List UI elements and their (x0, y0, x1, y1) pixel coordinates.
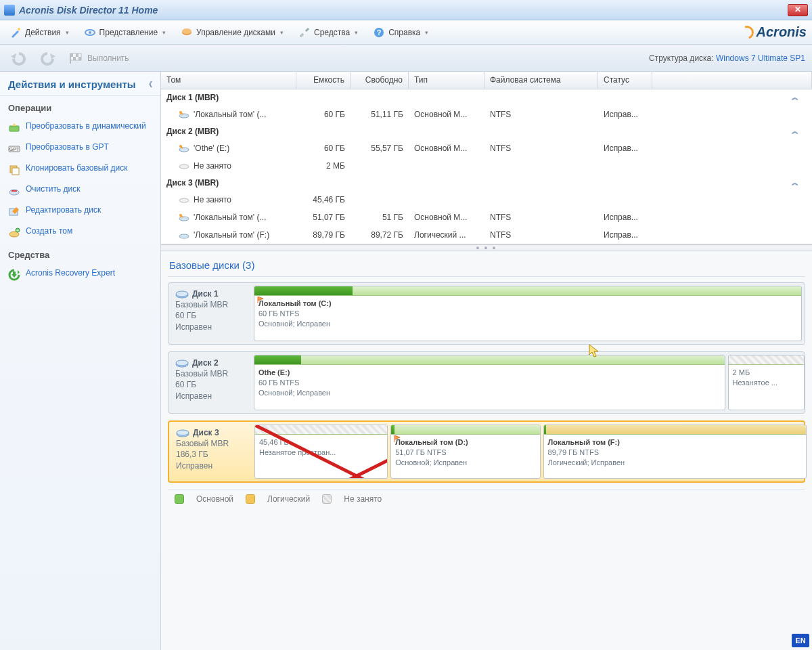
hdd-icon (175, 289, 189, 299)
sidebar-group-title: Операции (0, 96, 160, 117)
legend-logical-icon (246, 494, 255, 504)
sidebar-item[interactable]: Редактировать диск (0, 201, 160, 222)
language-badge[interactable]: EN (792, 634, 809, 647)
volume-icon (179, 196, 189, 204)
col-volume[interactable]: Том (161, 72, 296, 89)
col-type[interactable]: Тип (409, 72, 484, 89)
volume-name: 'Локальный том' (F:) (194, 230, 269, 240)
sidebar-item[interactable]: Acronis Recovery Expert (0, 264, 160, 285)
close-button[interactable]: ✕ (788, 4, 808, 16)
svg-point-20 (179, 114, 189, 118)
splitter[interactable]: ● ● ● (161, 244, 812, 251)
disk-group-header[interactable]: Диск 2 (MBR)︽ (161, 123, 812, 139)
svg-point-24 (179, 165, 189, 169)
volume-status (598, 194, 652, 206)
col-filesystem[interactable]: Файловая система (484, 72, 598, 89)
svg-point-21 (179, 111, 182, 114)
disk-panel-title: Базовые диски (3) (168, 257, 805, 277)
volume-row[interactable]: 'Локальный том' (F:) 89,79 ГБ 89,72 ГБ Л… (161, 226, 812, 244)
svg-text:+: + (16, 228, 20, 234)
volume-capacity: 2 МБ (296, 160, 351, 172)
volume-free: 55,57 ГБ (351, 142, 409, 154)
volume-row[interactable]: 'Othe' (E:) 60 ГБ 55,57 ГБ Основной M...… (161, 139, 812, 157)
volume-free (351, 194, 409, 206)
disk-group-header[interactable]: Диск 1 (MBR)︽ (161, 89, 812, 106)
chevron-down-icon: ▾ (355, 29, 358, 36)
volume-fs (484, 194, 598, 206)
sidebar: Действия и инструменты 《 ОперацииПреобра… (0, 72, 161, 650)
volume-type: Логический ... (409, 229, 484, 241)
disk-volume[interactable]: Локальный том (F:)89,79 ГБ NTFSЛогически… (543, 425, 807, 479)
collapse-icon[interactable]: ︽ (792, 93, 798, 102)
sidebar-item[interactable]: +Создать том (0, 222, 160, 243)
eye-icon (84, 26, 96, 39)
sidebar-item[interactable]: Очистить диск (0, 180, 160, 201)
col-capacity[interactable]: Емкость (296, 72, 351, 89)
volume-free: 51 ГБ (351, 211, 409, 223)
volume-capacity: 45,46 ГБ (296, 194, 351, 206)
volume-name: 'Локальный том' (... (194, 110, 266, 119)
disk-row[interactable]: Диск 1Базовый MBR60 ГБИсправенЛокальный … (168, 282, 805, 345)
menu-disk-management[interactable]: Управление дисками▾ (177, 24, 288, 41)
volume-status: Исправ... (598, 108, 652, 121)
volume-free: 51,11 ГБ (351, 108, 409, 121)
svg-point-27 (179, 214, 182, 217)
disk-volume[interactable]: 2 МБНезанятое ... (728, 355, 805, 410)
collapse-icon[interactable]: ︽ (792, 178, 798, 188)
disk-volume[interactable]: Локальный том (D:)51,07 ГБ NTFSОсновной;… (390, 425, 540, 479)
volume-icon (179, 213, 189, 221)
volume-fs (484, 160, 598, 172)
svg-point-26 (179, 217, 189, 221)
volume-fs: NTFS (484, 211, 598, 223)
flag-icon (69, 52, 84, 64)
volume-name: Не занято (194, 161, 231, 171)
col-status[interactable]: Статус (598, 72, 652, 89)
disk-group-header[interactable]: Диск 3 (MBR)︽ (161, 175, 812, 191)
volume-name: 'Othe' (E:) (194, 144, 229, 153)
disk-structure-link[interactable]: Windows 7 Ultimate SP1 (716, 53, 805, 63)
sidebar-header[interactable]: Действия и инструменты 《 (0, 72, 160, 96)
disk-panel: Базовые диски (3) Диск 1Базовый MBR60 ГБ… (161, 251, 812, 650)
disk-volume[interactable]: Локальный том (C:)60 ГБ NTFSОсновной; Ис… (254, 286, 802, 341)
main-panel: Том Емкость Свободно Тип Файловая систем… (161, 72, 812, 650)
menu-actions[interactable]: Действия▾ (5, 24, 73, 41)
wand-icon (9, 26, 22, 39)
sidebar-item-label: Преобразовать в GPT (26, 142, 109, 153)
sidebar-item-icon (8, 164, 20, 176)
volume-row[interactable]: Не занято 2 МБ (161, 157, 812, 175)
sidebar-item[interactable]: Преобразовать в динамический (0, 117, 160, 138)
sidebar-item-icon (8, 269, 20, 281)
volume-row[interactable]: 'Локальный том' (... 51,07 ГБ 51 ГБ Осно… (161, 209, 812, 226)
disk-row[interactable]: Диск 3Базовый MBR186,3 ГБИсправен45,46 Г… (168, 420, 805, 483)
sidebar-item[interactable]: Клонировать базовый диск (0, 159, 160, 180)
collapse-icon[interactable]: ︽ (792, 127, 798, 136)
redo-button[interactable] (37, 48, 60, 68)
volume-bar (544, 425, 806, 435)
disk-volume[interactable]: Othe (E:)60 ГБ NTFSОсновной; Исправен (254, 355, 725, 410)
menu-view[interactable]: Представление▾ (80, 24, 171, 41)
disk-volume[interactable]: 45,46 ГБНезанятое простран... (254, 425, 388, 479)
volume-row[interactable]: 'Локальный том' (... 60 ГБ 51,11 ГБ Осно… (161, 106, 812, 123)
hdd-icon (175, 358, 189, 368)
volume-status: Исправ... (598, 142, 652, 154)
menu-help[interactable]: ? Справка▾ (369, 24, 432, 41)
toolbar: Выполнить Структура диска: Windows 7 Ult… (0, 45, 812, 72)
col-free[interactable]: Свободно (351, 72, 409, 89)
chevron-down-icon: ▾ (66, 29, 69, 36)
disk-row[interactable]: Диск 2Базовый MBR60 ГБИсправенOthe (E:)6… (168, 351, 805, 414)
execute-button[interactable]: Выполнить (66, 49, 132, 67)
menu-tools[interactable]: Средства▾ (294, 24, 362, 41)
volume-bar (255, 425, 387, 435)
chevron-down-icon: ▾ (280, 29, 284, 36)
volume-capacity: 60 ГБ (296, 142, 351, 154)
volume-fs: NTFS (484, 142, 598, 154)
volume-fs: NTFS (484, 229, 598, 241)
menubar: Действия▾ Представление▾ Управление диск… (0, 20, 812, 45)
sidebar-item[interactable]: GPTПреобразовать в GPT (0, 138, 160, 159)
undo-button[interactable] (7, 48, 30, 68)
sidebar-item-icon: GPT (8, 143, 20, 155)
volume-name: Не занято (194, 195, 231, 204)
volume-row[interactable]: Не занято 45,46 ГБ (161, 191, 812, 209)
volume-icon (179, 144, 189, 152)
table-header: Том Емкость Свободно Тип Файловая систем… (161, 72, 812, 89)
